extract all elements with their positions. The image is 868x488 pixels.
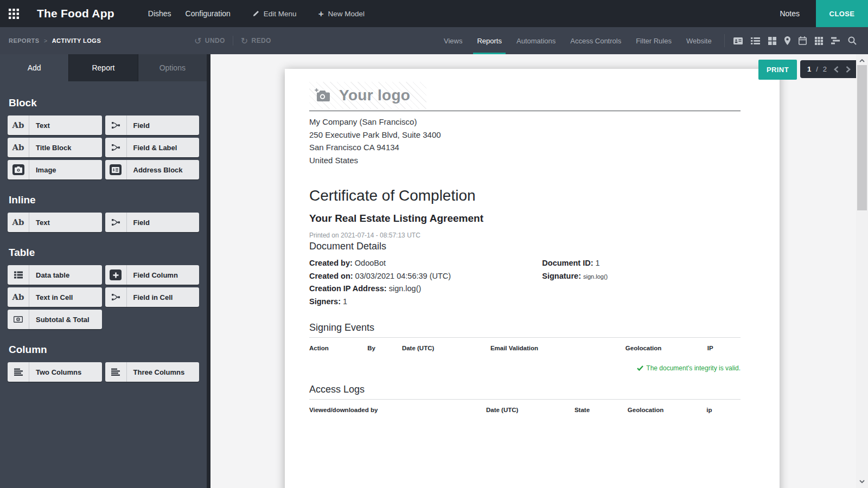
redo-button[interactable]: REDO <box>241 36 271 46</box>
scroll-down-icon[interactable] <box>856 476 868 487</box>
pager-total: 2 <box>823 65 827 73</box>
integrity-note[interactable]: The document's integrity is valid. <box>309 364 741 372</box>
detail-row: Document ID: 1 <box>542 257 741 270</box>
access-logs-heading[interactable]: Access Logs <box>309 384 741 400</box>
form-view-icon[interactable] <box>733 37 743 45</box>
undo-button[interactable]: UNDO <box>194 36 225 46</box>
undo-icon <box>194 36 202 46</box>
signing-events-header-row[interactable]: Action By Date (UTC) Email Validation Ge… <box>309 345 741 351</box>
image-icon <box>8 160 29 179</box>
company-address-block[interactable]: My Company (San Francisco) 250 Executive… <box>309 115 741 166</box>
tab-filter-rules[interactable]: Filter Rules <box>636 27 672 54</box>
field-icon <box>105 213 127 232</box>
search-icon[interactable] <box>848 36 857 45</box>
document-title[interactable]: Certificate of Completion <box>309 187 741 204</box>
close-button[interactable]: CLOSE <box>816 0 868 27</box>
print-button[interactable]: PRINT <box>758 60 797 80</box>
text-icon: Ab <box>8 213 29 232</box>
block-section-grid: Ab Text Field Ab Title Block <box>8 115 199 179</box>
edit-menu-button[interactable]: Edit Menu <box>252 10 297 18</box>
scrollbar-thumb[interactable] <box>857 65 867 210</box>
vertical-scrollbar[interactable] <box>856 54 868 488</box>
menu-dishes[interactable]: Dishes <box>148 9 171 18</box>
breadcrumb-reports[interactable]: REPORTS <box>9 37 40 44</box>
tab-views[interactable]: Views <box>444 27 462 54</box>
column-viewed-by: Viewed/downloaded by <box>309 407 486 413</box>
report-preview-canvas: PRINT 1 / 2 Your logo <box>214 54 856 488</box>
component-field-column[interactable]: Field Column <box>105 265 200 285</box>
map-view-icon[interactable] <box>784 36 790 45</box>
column-geolocation: Geolocation <box>613 407 678 413</box>
kanban-view-icon[interactable] <box>768 37 776 45</box>
previous-page-icon[interactable] <box>834 66 839 73</box>
component-three-columns[interactable]: Three Columns <box>105 362 200 382</box>
access-logs-header-row[interactable]: Viewed/downloaded by Date (UTC) State Ge… <box>309 407 741 413</box>
component-address-block[interactable]: Address Block <box>105 160 200 179</box>
breadcrumb-separator: > <box>44 37 48 44</box>
text-icon: Ab <box>8 138 29 157</box>
pencil-icon <box>252 10 259 17</box>
calendar-view-icon[interactable] <box>799 36 807 45</box>
table-section-grid: Data table Field Column Ab Text in Cell <box>8 265 199 329</box>
tab-website[interactable]: Website <box>686 27 712 54</box>
document-details-heading[interactable]: Document Details <box>309 241 741 252</box>
column-ip: ip <box>678 407 741 413</box>
company-logo-placeholder[interactable]: Your logo <box>309 82 426 109</box>
component-inline-field[interactable]: Field <box>105 213 200 232</box>
new-model-button[interactable]: New Model <box>318 9 365 18</box>
component-inline-text[interactable]: Ab Text <box>8 213 102 232</box>
columns-icon <box>105 362 127 382</box>
gantt-view-icon[interactable] <box>831 37 840 44</box>
document-subtitle[interactable]: Your Real Estate Listing Agreement <box>309 213 741 224</box>
component-text[interactable]: Ab Text <box>8 115 102 135</box>
component-field-in-cell[interactable]: Field in Cell <box>105 287 200 307</box>
printed-on-line[interactable]: Printed on 2021-07-14 - 08:57:13 UTC <box>309 232 741 239</box>
component-subtotal-total[interactable]: Subtotal & Total <box>8 310 102 329</box>
report-page-content: Your logo My Company (San Francisco) 250… <box>285 69 780 413</box>
section-title-table: Table <box>9 247 199 259</box>
component-field-and-label[interactable]: Field & Label <box>105 138 200 157</box>
pivot-view-icon[interactable] <box>815 37 823 45</box>
apps-menu-icon[interactable] <box>9 9 19 19</box>
document-details: Created by: OdooBot Created on: 03/03/20… <box>309 257 741 308</box>
component-two-columns[interactable]: Two Columns <box>8 362 102 382</box>
component-text-in-cell[interactable]: Ab Text in Cell <box>8 287 102 307</box>
field-icon <box>105 115 127 135</box>
details-right-column[interactable]: Document ID: 1 Signature: sign.log() <box>542 257 741 308</box>
list-view-icon[interactable] <box>751 37 760 45</box>
column-email-validation: Email Validation <box>490 345 607 351</box>
studio-sidebar: Add Report Options Block Ab Text Field A… <box>0 54 210 488</box>
text-icon: Ab <box>8 115 29 135</box>
check-icon <box>637 365 643 371</box>
app-title: The Food App <box>37 7 114 20</box>
section-title-column: Column <box>9 344 199 356</box>
tab-automations[interactable]: Automations <box>516 27 556 54</box>
component-data-table[interactable]: Data table <box>8 265 102 285</box>
pager-current: 1 <box>807 65 811 73</box>
signing-events-heading[interactable]: Signing Events <box>309 322 741 338</box>
detail-row: Signature: sign.log() <box>542 270 741 284</box>
studio-report-editor: The Food App Dishes Configuration Edit M… <box>0 0 868 488</box>
component-image[interactable]: Image <box>8 160 102 179</box>
plus-square-icon <box>105 265 127 285</box>
tab-access-controls[interactable]: Access Controls <box>570 27 621 54</box>
report-page: Your logo My Company (San Francisco) 250… <box>285 69 780 488</box>
menu-configuration[interactable]: Configuration <box>186 9 231 18</box>
details-left-column[interactable]: Created by: OdooBot Created on: 03/03/20… <box>309 257 542 308</box>
company-city: San Francisco CA 94134 <box>309 141 741 154</box>
company-country: United States <box>309 154 741 167</box>
tab-reports[interactable]: Reports <box>477 27 502 54</box>
sidebar-tab-add[interactable]: Add <box>0 54 69 81</box>
component-title-block[interactable]: Ab Title Block <box>8 138 102 157</box>
notes-link[interactable]: Notes <box>780 9 800 18</box>
column-ip: IP <box>680 345 741 351</box>
scroll-up-icon[interactable] <box>856 55 868 66</box>
detail-row: Creation IP Address: sign.log() <box>309 282 542 296</box>
data-table-icon <box>8 265 29 285</box>
next-page-icon[interactable] <box>846 66 851 73</box>
header-rule <box>309 111 741 111</box>
sidebar-tab-report[interactable]: Report <box>69 54 138 81</box>
component-field[interactable]: Field <box>105 115 200 135</box>
column-by: By <box>367 345 402 351</box>
undo-redo-divider <box>233 36 233 46</box>
